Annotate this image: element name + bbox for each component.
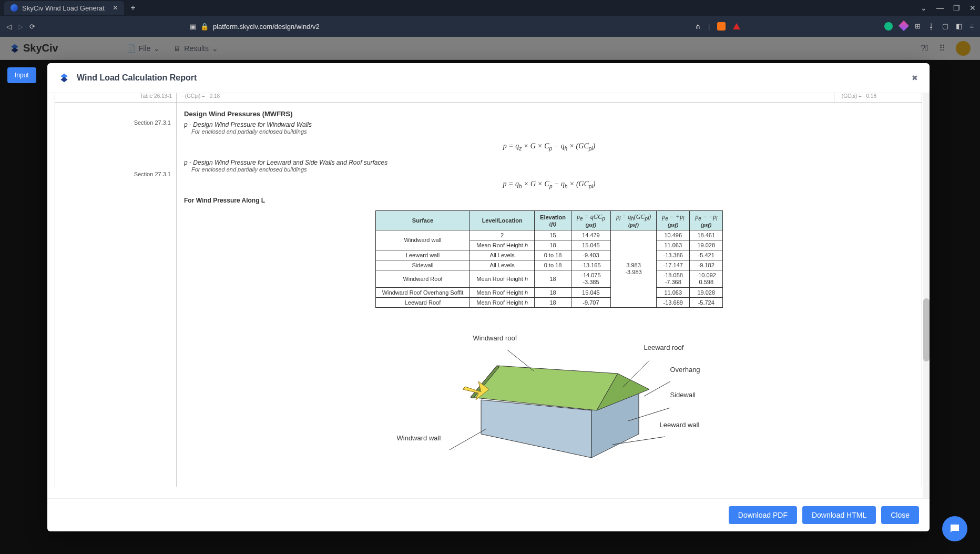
chat-icon [948,522,961,535]
download-html-button[interactable]: Download HTML [802,506,876,524]
th-pi: pi = qh(GCpi)(psf) [610,210,656,230]
report-modal: Wind Load Calculation Report ✖ Table 26.… [47,63,930,531]
table-row: Windward Roof Overhang Soffit Mean Roof … [375,288,723,298]
tab-title: SkyCiv Wind Load Generat [22,4,105,12]
label-sidewall: Sidewall [670,391,696,399]
browser-tab-bar: SkyCiv Wind Load Generat × + ⌄ — ❐ ✕ [0,0,980,16]
pressure-table: Surface Level/Location Elevation(ft) pe … [375,210,723,308]
table-row: Windward wall 2 15 14.479 3.983-3.983 10… [375,230,723,240]
browser-nav-bar: ◁ ▷ ⟳ ▣ 🔒 platform.skyciv.com/design/win… [0,16,980,37]
building-diagram: Windward roof Leeward roof Overhang Side… [392,329,707,466]
sec1-title: p - Design Wind Pressure for Windward Wa… [184,121,312,128]
th-surface: Surface [375,210,469,230]
report-content: Design Wind Pressures (MWFRS) p - Design… [177,103,922,487]
label-overhang: Overhang [670,366,700,374]
modal-close-icon[interactable]: ✖ [912,74,918,82]
menu-icon[interactable]: ≡ [969,22,974,31]
share-icon[interactable]: ⋔ [695,23,701,31]
label-windward-wall: Windward wall [397,434,441,442]
skyciv-logo-icon [59,73,69,83]
reload-icon[interactable]: ⟳ [29,23,35,31]
label-leeward-wall: Leeward wall [660,421,700,429]
modal-title: Wind Load Calculation Report [77,73,197,83]
intercom-chat-button[interactable] [942,516,967,541]
open-tab-icon[interactable]: ▢ [942,22,948,31]
modal-body[interactable]: Table 26.13-1 −(GCpi) = −0.18 −(GCpi) = … [47,93,930,498]
svg-line-11 [450,429,486,450]
sec1-note: For enclosed and partially enclosed buil… [191,128,914,135]
formula-1: p = qz × G × Cp − qh × (GCpi) [184,142,914,152]
minimize-icon[interactable]: — [936,4,944,12]
url-text[interactable]: platform.skyciv.com/design/wind/v2 [213,23,320,31]
nav-back-icon[interactable]: ◁ [6,23,12,31]
pressure-along-L-heading: For Wind Pressure Along L [184,197,914,204]
sec2-title: p - Design Wind Pressure for Leeward and… [184,159,387,166]
browser-tab[interactable]: SkyCiv Wind Load Generat × [4,1,124,15]
table-row: Windward Roof Mean Roof Height h 18 -14.… [375,270,723,287]
th-level: Level/Location [470,210,535,230]
nav-forward-icon[interactable]: ▷ [18,23,23,31]
scrollbar-thumb[interactable] [923,298,930,361]
sidebar-icon[interactable]: ◧ [956,22,962,31]
brave-shield-icon[interactable] [717,22,726,31]
table-row: Leeward Roof Mean Roof Height h 18 -9.70… [375,298,723,308]
formula-2: p = qh × G × Cp − qh × (GCpi) [184,180,914,189]
download-icon[interactable]: ⭳ [928,22,935,31]
table-row: Leeward wall All Levels 0 to 18 -9.403 -… [375,250,723,260]
th-pe-minus: pe − −pi(psf) [690,210,723,230]
close-tab-icon[interactable]: × [113,3,118,13]
warning-icon[interactable] [733,23,740,29]
maximize-icon[interactable]: ❐ [953,4,960,12]
bookmark-icon[interactable]: ▣ [190,23,196,31]
th-pe-plus: pe − +pi(psf) [657,210,690,230]
scrollbar-track[interactable] [923,93,930,498]
tab-favicon [11,4,18,12]
report-fragment-top: Table 26.13-1 −(GCpi) = −0.18 −(GCpi) = … [55,93,922,103]
th-pe: pe = qGCp(psf) [571,210,610,230]
download-pdf-button[interactable]: Download PDF [729,506,797,524]
extensions-menu-icon[interactable]: ⊞ [915,22,921,31]
grammarly-icon[interactable] [884,22,893,31]
modal-footer: Download PDF Download HTML Close [47,498,930,531]
chevron-down-icon[interactable]: ⌄ [921,4,927,12]
modal-header: Wind Load Calculation Report ✖ [47,63,930,93]
svg-marker-0 [481,400,591,458]
reference-column: Section 27.3.1 Section 27.3.1 [55,103,177,487]
table-row: Sidewall All Levels 0 to 18 -13.165 -17.… [375,260,723,270]
sec2-note: For enclosed and partially enclosed buil… [191,166,914,173]
pi-merged-cell: 3.983-3.983 [610,230,656,307]
label-leeward-roof: Leeward roof [644,344,684,351]
lock-icon: 🔒 [200,23,209,31]
close-button[interactable]: Close [881,506,919,524]
window-close-icon[interactable]: ✕ [969,4,976,12]
section-ref: Section 27.3.1 [55,117,176,128]
extension-icon[interactable] [899,21,910,31]
input-tab-button[interactable]: Input [7,67,36,83]
new-tab-icon[interactable]: + [130,3,135,13]
th-elevation: Elevation(ft) [535,210,571,230]
label-windward-roof: Windward roof [473,334,517,342]
section-ref: Section 27.3.1 [55,169,176,179]
mwfrs-heading: Design Wind Pressures (MWFRS) [184,110,914,118]
